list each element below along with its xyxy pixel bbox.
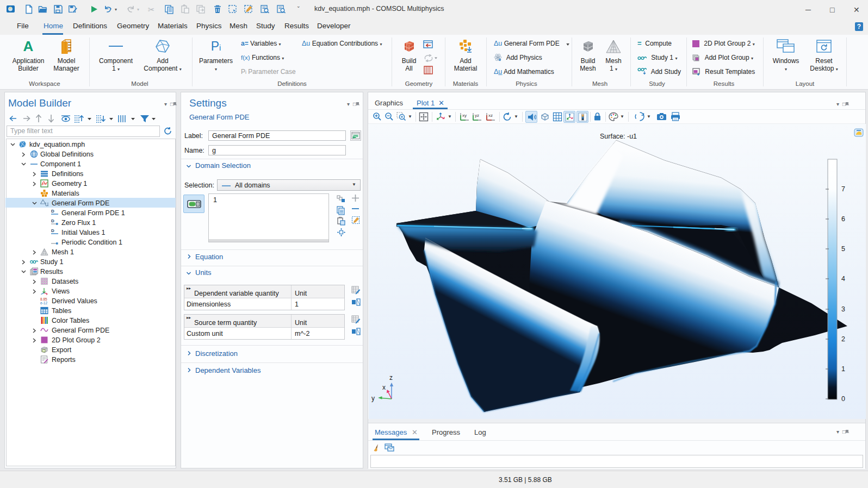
svg-text:2: 2 — [841, 335, 845, 343]
svg-text:z: z — [389, 374, 393, 381]
svg-text:e-12: e-12 — [40, 301, 47, 305]
svg-text:D: D — [51, 209, 54, 214]
svg-text:y: y — [371, 395, 375, 402]
svg-text:4: 4 — [841, 275, 845, 283]
svg-text:3: 3 — [841, 305, 845, 313]
svg-text:8.85: 8.85 — [40, 297, 47, 301]
svg-text:D: D — [51, 218, 54, 223]
svg-text:5: 5 — [841, 245, 845, 253]
svg-text:0: 0 — [841, 395, 845, 403]
svg-text:6: 6 — [841, 215, 845, 223]
svg-text:x: x — [382, 384, 386, 391]
svg-text:xy: xy — [462, 113, 467, 118]
svg-text:Surface: -u1: Surface: -u1 — [600, 133, 637, 140]
svg-text:D: D — [51, 228, 54, 233]
svg-text:yz: yz — [475, 113, 479, 118]
svg-text:xz: xz — [488, 113, 493, 118]
svg-text:7: 7 — [841, 185, 845, 193]
svg-text:1: 1 — [841, 365, 845, 373]
